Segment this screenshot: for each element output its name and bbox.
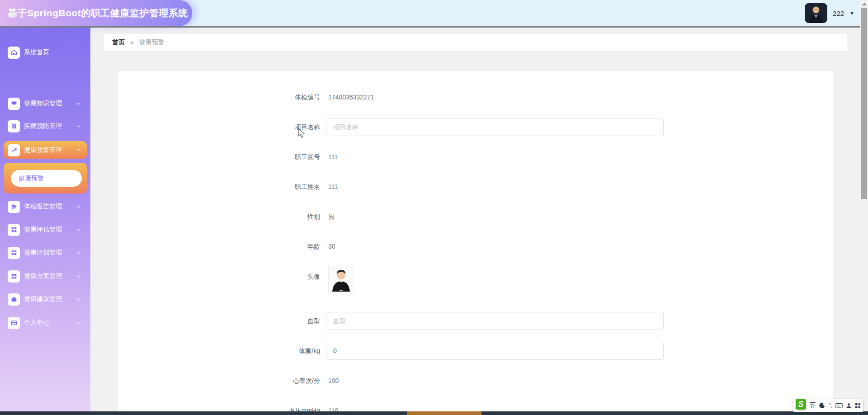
portrait-photo[interactable]	[328, 266, 354, 292]
chevron-down-icon	[76, 320, 81, 325]
chevron-down-icon	[76, 250, 81, 255]
chart-line-icon	[8, 144, 20, 156]
blood-type-input[interactable]	[326, 312, 664, 330]
username-label: 222	[833, 9, 844, 17]
sidebar-item-exam-report[interactable]: 体检报告管理	[4, 198, 87, 216]
top-header: 基于SpringBoot的职工健康监护管理系统 222 ▼	[0, 0, 868, 26]
field-label: 年龄	[118, 242, 326, 251]
scroll-up-arrow-icon[interactable]	[860, 1, 868, 7]
chevron-down-icon	[76, 274, 81, 279]
breadcrumb-separator-icon: ≡	[130, 39, 134, 46]
sidebar-item-personal-center[interactable]: 个人中心	[4, 314, 87, 332]
notebook-icon	[8, 120, 20, 132]
field-label: 职工账号	[118, 152, 326, 161]
field-value: 111	[326, 152, 338, 161]
app-title-banner: 基于SpringBoot的职工健康监护管理系统	[0, 0, 192, 26]
breadcrumb-current: 健康预警	[139, 38, 165, 47]
sidebar-item-label: 健康建议管理	[24, 295, 62, 303]
book-icon	[8, 98, 20, 110]
sidebar-item-knowledge[interactable]: 健康知识管理	[4, 94, 87, 113]
grid-icon	[8, 270, 20, 283]
chevron-down-icon	[76, 227, 81, 232]
field-value: 男	[326, 212, 335, 221]
sidebar-item-advice[interactable]: 健康建议管理	[4, 290, 87, 308]
person-icon[interactable]	[846, 403, 852, 409]
breadcrumb: 首页 ≡ 健康预警	[104, 34, 847, 51]
grid-icon	[8, 224, 20, 236]
field-label: 职工姓名	[118, 182, 326, 191]
chevron-down-icon	[76, 101, 81, 106]
sidebar-item-assessment[interactable]: 健康评估管理	[4, 221, 87, 239]
scrollbar-thumb[interactable]	[861, 8, 867, 199]
chevron-up-icon	[76, 147, 81, 153]
sidebar-subitem-health-warning[interactable]: 健康预警	[11, 170, 82, 187]
sidebar-item-label: 疾病预防管理	[24, 122, 62, 130]
home-icon	[8, 47, 20, 59]
sidebar-item-plan[interactable]: 健康计划管理	[4, 244, 87, 262]
sidebar-item-health-warning-management[interactable]: 健康预警管理	[4, 141, 87, 159]
field-label: 性别	[118, 212, 326, 221]
sidebar-item-label: 体检报告管理	[24, 203, 62, 211]
sidebar-item-label: 健康计划管理	[24, 249, 62, 257]
sidebar-item-label: 个人中心	[24, 319, 49, 327]
field-label: 体检编号	[118, 93, 326, 102]
field-value: 111	[326, 182, 338, 191]
briefcase-icon	[8, 293, 20, 306]
field-value: 30	[326, 242, 335, 251]
field-label: 头像	[118, 266, 326, 292]
field-label: 心率次/分	[118, 376, 326, 385]
moon-icon[interactable]	[819, 402, 826, 409]
user-avatar[interactable]	[805, 3, 827, 23]
field-value: 100	[326, 376, 339, 385]
bottom-edge-strip	[0, 411, 868, 415]
ime-menu-grid-icon[interactable]	[855, 403, 861, 409]
sidebar-item-label: 系统首页	[24, 48, 49, 57]
field-row-portrait: 头像	[118, 266, 354, 292]
submenu-health-warning-group: 健康预警	[4, 163, 87, 193]
field-row-weight: 体重/kg	[118, 342, 664, 360]
chevron-down-icon	[76, 204, 81, 209]
field-row-age: 年龄 30	[118, 242, 335, 251]
sidebar-item-program[interactable]: 健康方案管理	[4, 267, 87, 285]
field-label: 项目名称	[118, 118, 326, 136]
sidebar-item-label: 健康评估管理	[24, 226, 62, 234]
sliders-icon	[8, 201, 20, 213]
project-name-input[interactable]	[326, 118, 664, 136]
sidebar-item-prevention[interactable]: 疾病预防管理	[4, 117, 87, 135]
field-label: 血型	[118, 312, 326, 330]
field-row-project-name: 项目名称	[118, 118, 664, 136]
user-dropdown-caret-icon[interactable]: ▼	[849, 10, 854, 16]
sidebar-nav: 系统首页 健康知识管理 疾病预防管理 健康预警管理	[0, 28, 90, 415]
id-card-icon	[8, 317, 20, 329]
field-row-heart-rate: 心率次/分 100	[118, 376, 339, 385]
app-title: 基于SpringBoot的职工健康监护管理系统	[8, 7, 188, 19]
chevron-down-icon	[76, 123, 81, 129]
keyboard-icon[interactable]	[835, 403, 843, 409]
bottom-strip-orange-segment	[407, 411, 481, 415]
grid-icon	[8, 247, 20, 259]
field-row-exam-number: 体检编号 1740036332271	[118, 93, 374, 102]
sidebar-item-home[interactable]: 系统首页	[4, 43, 87, 61]
field-row-employee-account: 职工账号 111	[118, 152, 338, 161]
ime-punctuation-button[interactable]: °,	[829, 402, 832, 409]
detail-form-card: 体检编号 1740036332271 项目名称 职工账号 111 职工姓名 11…	[118, 71, 833, 415]
field-row-gender: 性别 男	[118, 212, 335, 221]
user-menu[interactable]: 222 ▼	[805, 0, 854, 26]
weight-input[interactable]	[326, 342, 664, 360]
header-divider	[0, 26, 868, 28]
sidebar-subitem-label: 健康预警	[19, 174, 44, 183]
vertical-scrollbar[interactable]	[860, 0, 868, 415]
sidebar-item-label: 健康方案管理	[24, 272, 62, 280]
breadcrumb-home-link[interactable]: 首页	[112, 38, 125, 47]
ime-toolbar: S 五 °,	[793, 399, 863, 412]
ime-mode-button[interactable]: 五	[809, 401, 816, 410]
sogou-logo-icon[interactable]: S	[796, 399, 806, 410]
sidebar-item-label: 健康预警管理	[24, 146, 62, 154]
field-value: 1740036332271	[326, 93, 374, 102]
sidebar-item-label: 健康知识管理	[24, 99, 62, 108]
chevron-down-icon	[76, 297, 81, 302]
field-label: 体重/kg	[118, 342, 326, 360]
field-row-employee-name: 职工姓名 111	[118, 182, 338, 191]
field-row-blood-type: 血型	[118, 312, 664, 330]
